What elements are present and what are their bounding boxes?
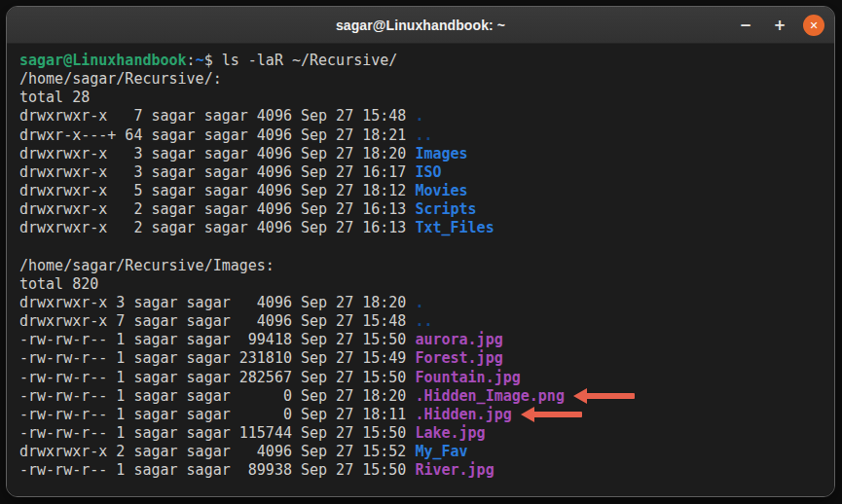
file-meta: drwxrwxr-x 2 sagar sagar 4096 Sep 27 15:…	[19, 443, 415, 460]
total-line: total 28	[19, 89, 90, 106]
file-meta: -rw-rw-r-- 1 sagar sagar 89938 Sep 27 15…	[19, 461, 415, 479]
titlebar[interactable]: sagar@Linuxhandbook: ~ − + ✕	[7, 7, 834, 44]
file-meta: drwxrwxr-x 5 sagar sagar 4096 Sep 27 18:…	[19, 182, 415, 199]
file-meta: drwxrwxr-x 3 sagar sagar 4096 Sep 27 18:…	[19, 294, 415, 311]
terminal-line: -rw-rw-r-- 1 sagar sagar 0 Sep 27 18:11 …	[19, 406, 834, 424]
dir-name: Movies	[415, 182, 467, 199]
file-name: .Hidden_Image.png	[415, 387, 565, 405]
file-meta: drwxrwxr-x 2 sagar sagar 4096 Sep 27 16:…	[19, 219, 415, 236]
terminal-line: drwxrwxr-x 7 sagar sagar 4096 Sep 27 15:…	[19, 107, 834, 126]
dir-name: .	[415, 294, 423, 311]
terminal-line: -rw-rw-r-- 1 sagar sagar 282567 Sep 27 1…	[19, 369, 834, 387]
dir-name: ..	[415, 126, 432, 144]
file-meta: drwxrwxr-x 2 sagar sagar 4096 Sep 27 16:…	[19, 200, 415, 218]
terminal-line: drwxrwxr-x 3 sagar sagar 4096 Sep 27 18:…	[19, 145, 834, 163]
terminal-line: /home/sagar/Recursive/Images:	[19, 257, 834, 275]
terminal-line: -rw-rw-r-- 1 sagar sagar 231810 Sep 27 1…	[19, 349, 834, 368]
minimize-button[interactable]: −	[735, 15, 756, 36]
terminal-line: -rw-rw-r-- 1 sagar sagar 115744 Sep 27 1…	[19, 424, 834, 443]
terminal-line: drwxrwxr-x 3 sagar sagar 4096 Sep 27 16:…	[19, 163, 834, 182]
file-name: Forest.jpg	[415, 349, 502, 367]
dir-name: .	[415, 107, 423, 125]
annotation-arrow-icon	[586, 393, 635, 399]
file-meta: -rw-rw-r-- 1 sagar sagar 99418 Sep 27 15…	[19, 331, 415, 348]
close-button[interactable]: ✕	[803, 15, 824, 36]
terminal-line: -rw-rw-r-- 1 sagar sagar 89938 Sep 27 15…	[19, 461, 834, 480]
dir-header: /home/sagar/Recursive/Images:	[19, 257, 275, 274]
terminal-line: drwxrwxr-x 2 sagar sagar 4096 Sep 27 16:…	[19, 200, 834, 219]
terminal-line: /home/sagar/Recursive/:	[19, 70, 834, 89]
file-meta: drwxrwxr-x 7 sagar sagar 4096 Sep 27 15:…	[19, 312, 415, 330]
terminal-line: -rw-rw-r-- 1 sagar sagar 0 Sep 27 18:20 …	[19, 387, 834, 406]
prompt-separator: :	[187, 52, 196, 69]
file-meta: -rw-rw-r-- 1 sagar sagar 0 Sep 27 18:20	[19, 387, 415, 405]
prompt-path: ~	[196, 52, 204, 69]
dir-name: ..	[415, 312, 432, 330]
window-controls: − + ✕	[735, 7, 824, 44]
terminal-screen[interactable]: sagar@Linuxhandbook:~$ ls -laR ~/Recursi…	[7, 44, 834, 496]
annotation-arrow-icon	[533, 412, 582, 417]
dir-name: Txt_Files	[415, 219, 494, 236]
file-name: Lake.jpg	[415, 424, 485, 442]
file-meta: drwxrwxr-x 3 sagar sagar 4096 Sep 27 16:…	[19, 163, 415, 181]
command-text: $ ls -laR ~/Recursive/	[204, 52, 398, 69]
file-meta: drwxrwxr-x 3 sagar sagar 4096 Sep 27 18:…	[19, 145, 415, 162]
dir-name: Images	[415, 145, 467, 162]
terminal-line: drwxrwxr-x 2 sagar sagar 4096 Sep 27 15:…	[19, 443, 834, 461]
file-meta: -rw-rw-r-- 1 sagar sagar 0 Sep 27 18:11	[19, 406, 415, 423]
terminal-line: drwxrwxr-x 2 sagar sagar 4096 Sep 27 16:…	[19, 219, 834, 237]
terminal-line: drwxr-x---+ 64 sagar sagar 4096 Sep 27 1…	[19, 126, 834, 145]
total-line: total 820	[19, 275, 98, 293]
terminal-line: drwxrwxr-x 5 sagar sagar 4096 Sep 27 18:…	[19, 182, 834, 200]
terminal-line: -rw-rw-r-- 1 sagar sagar 99418 Sep 27 15…	[19, 331, 834, 349]
terminal-window: sagar@Linuxhandbook: ~ − + ✕ sagar@Linux…	[6, 6, 835, 497]
file-meta: -rw-rw-r-- 1 sagar sagar 282567 Sep 27 1…	[19, 369, 415, 386]
terminal-line: total 28	[19, 89, 834, 107]
file-name: .Hidden.jpg	[415, 406, 511, 423]
terminal-line: drwxrwxr-x 7 sagar sagar 4096 Sep 27 15:…	[19, 312, 834, 331]
file-name: Fountain.jpg	[415, 369, 520, 386]
file-meta: drwxrwxr-x 7 sagar sagar 4096 Sep 27 15:…	[19, 107, 415, 125]
dir-name: Scripts	[415, 200, 476, 218]
window-title: sagar@Linuxhandbook: ~	[336, 18, 505, 33]
file-name: River.jpg	[415, 461, 494, 479]
file-meta: -rw-rw-r-- 1 sagar sagar 231810 Sep 27 1…	[19, 349, 415, 367]
dir-name: My_Fav	[415, 443, 467, 460]
terminal-line: total 820	[19, 275, 834, 294]
dir-header: /home/sagar/Recursive/:	[19, 70, 222, 88]
terminal-line: drwxrwxr-x 3 sagar sagar 4096 Sep 27 18:…	[19, 294, 834, 312]
prompt-user: sagar@Linuxhandbook	[19, 52, 187, 69]
terminal-line: sagar@Linuxhandbook:~$ ls -laR ~/Recursi…	[19, 52, 834, 70]
maximize-button[interactable]: +	[769, 15, 790, 36]
dir-name: ISO	[415, 163, 441, 181]
terminal-line	[19, 238, 834, 257]
file-meta: drwxr-x---+ 64 sagar sagar 4096 Sep 27 1…	[19, 126, 415, 144]
file-meta: -rw-rw-r-- 1 sagar sagar 115744 Sep 27 1…	[19, 424, 415, 442]
file-name: aurora.jpg	[415, 331, 502, 348]
